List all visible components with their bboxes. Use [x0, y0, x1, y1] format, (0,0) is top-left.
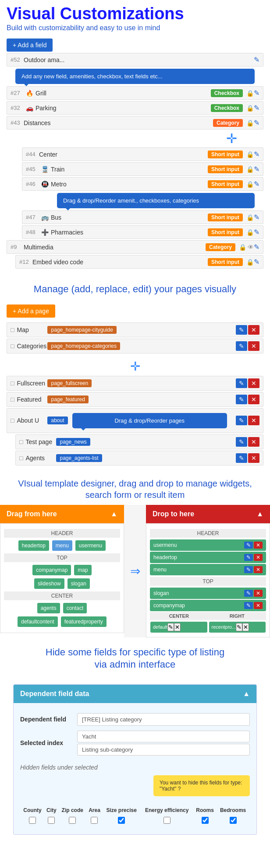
- category-tag: Category: [213, 119, 243, 127]
- drop-item: usermenu ✎ ✕: [150, 539, 266, 551]
- drag-item[interactable]: map: [74, 565, 91, 575]
- field-row: #12 Embed video code Short input 🔒 ✎: [15, 255, 263, 269]
- edit-icon[interactable]: ✎: [254, 89, 259, 97]
- edit-page-button[interactable]: ✎: [236, 378, 247, 388]
- tooltip-add-field: Add any new field, amenities, checkbox, …: [15, 69, 255, 84]
- col-bedrooms: Bedrooms: [217, 806, 249, 815]
- delete-page-button[interactable]: ✕: [248, 453, 259, 463]
- field-row: #44 Center Short input 🔒 ✎: [22, 147, 263, 161]
- lock-icon: 🔒: [246, 181, 254, 188]
- metro-icon: 🚇: [41, 181, 49, 188]
- chevron-up-icon: ▲: [256, 510, 263, 518]
- edit-icon[interactable]: ✎: [254, 104, 259, 112]
- pages-section: + Add a page □ Map page_homepage-citygui…: [0, 300, 270, 471]
- lock-icon: 🔒: [246, 166, 254, 173]
- checkbox-rooms[interactable]: [202, 817, 209, 824]
- edit-widget-button[interactable]: ✎: [236, 623, 242, 631]
- edit-icon[interactable]: ✎: [254, 150, 259, 158]
- edit-icon[interactable]: ✎: [254, 56, 259, 64]
- edit-icon[interactable]: ✎: [254, 228, 259, 236]
- checkbox-city[interactable]: [48, 817, 55, 824]
- checkbox-zipcode[interactable]: [69, 817, 76, 824]
- right-col-label: RIGHT: [208, 612, 266, 620]
- edit-page-button[interactable]: ✎: [236, 453, 247, 463]
- delete-widget-button[interactable]: ✕: [254, 602, 263, 609]
- drag-from-col: Drag from here ▲ HEADER headertop menu u…: [0, 505, 124, 637]
- delete-page-button[interactable]: ✕: [248, 341, 259, 351]
- delete-widget-button[interactable]: ✕: [242, 623, 249, 631]
- selected-index-row: Selected index Yacht Listing sub-categor…: [20, 729, 250, 757]
- page-doc-icon: □: [19, 455, 23, 462]
- edit-icon[interactable]: ✎: [254, 180, 259, 188]
- delete-page-button[interactable]: ✕: [248, 378, 259, 388]
- page-doc-icon: □: [11, 343, 14, 350]
- multimedia-tag: Category: [206, 243, 235, 251]
- plus-icon: ➕: [41, 229, 49, 236]
- delete-widget-button[interactable]: ✕: [254, 566, 263, 573]
- page-row: □ About U about Drag & drop/Reorder page…: [7, 408, 263, 433]
- drag-item[interactable]: agents: [37, 603, 60, 613]
- edit-widget-button[interactable]: ✎: [167, 623, 174, 631]
- drop-item-center: default ✎ ✕: [150, 622, 207, 633]
- delete-widget-button[interactable]: ✕: [254, 554, 263, 561]
- col-area: Area: [87, 806, 102, 815]
- edit-icon[interactable]: ✎: [254, 165, 259, 173]
- delete-page-button[interactable]: ✕: [248, 437, 259, 447]
- edit-widget-button[interactable]: ✎: [244, 590, 253, 597]
- edit-widget-button[interactable]: ✎: [244, 554, 253, 561]
- drag-item[interactable]: featuredproperty: [61, 616, 107, 627]
- top-label: TOP: [150, 577, 266, 586]
- edit-icon[interactable]: ✎: [254, 243, 259, 251]
- hidden-fields-label: Hidden fields under selected: [20, 760, 250, 773]
- add-field-button[interactable]: + Add a field: [7, 38, 53, 52]
- tooltip-hide-fields: You want to hide this fields for type: "…: [153, 775, 250, 796]
- drag-item[interactable]: menu: [52, 540, 72, 551]
- edit-page-button[interactable]: ✎: [236, 395, 247, 404]
- drop-item: slogan ✎ ✕: [150, 588, 266, 599]
- center-label: CENTER: [4, 592, 120, 600]
- edit-widget-button[interactable]: ✎: [244, 602, 253, 609]
- drag-item[interactable]: slogan: [68, 578, 90, 589]
- delete-widget-button[interactable]: ✕: [174, 623, 181, 631]
- drag-item[interactable]: companymap: [32, 565, 71, 575]
- delete-page-button[interactable]: ✕: [248, 395, 259, 404]
- drag-item[interactable]: usermenu: [75, 540, 106, 551]
- field-row: #47 🚌 Bus Short input 🔒 ✎: [22, 210, 263, 224]
- fire-icon: 🔥: [26, 90, 33, 97]
- edit-page-button[interactable]: ✎: [236, 325, 247, 335]
- edit-page-button[interactable]: ✎: [236, 341, 247, 351]
- page-row: □ Fullscreen page_fullscreen ✎ ✕: [7, 376, 263, 391]
- designer-heading: VIsual template designer, drag and drop …: [0, 471, 270, 505]
- checkbox-area[interactable]: [91, 817, 98, 824]
- delete-page-button[interactable]: ✕: [248, 325, 259, 335]
- col-rooms: Rooms: [194, 806, 216, 815]
- checkbox-energy[interactable]: [163, 817, 171, 824]
- dep-section-container: Dependent field data ▲ Dependent field […: [13, 684, 257, 835]
- delete-page-button[interactable]: ✕: [248, 416, 259, 425]
- edit-icon[interactable]: ✎: [254, 258, 259, 266]
- edit-widget-button[interactable]: ✎: [244, 542, 253, 549]
- lock-icon: 🔒: [246, 259, 254, 266]
- field-row: #32 🚗 Parking Checkbox 🔒 ✎: [7, 101, 263, 115]
- top-label: TOP: [4, 553, 120, 562]
- edit-page-button[interactable]: ✎: [236, 437, 247, 447]
- drag-item-slideshow[interactable]: slideshow: [34, 578, 64, 589]
- checkbox-bedrooms[interactable]: [230, 817, 237, 824]
- edit-widget-button[interactable]: ✎: [244, 566, 253, 573]
- checkbox-size-precise[interactable]: [118, 817, 125, 824]
- delete-widget-button[interactable]: ✕: [254, 590, 263, 597]
- drag-item[interactable]: contact: [63, 603, 87, 613]
- edit-page-button[interactable]: ✎: [236, 416, 247, 425]
- dep-section-body: Dependent field [TREE] Listing category …: [14, 703, 256, 834]
- checkbox-county[interactable]: [29, 817, 36, 824]
- tooltip-drag-pages: Drag & drop/Reorder pages: [72, 413, 227, 428]
- add-page-button[interactable]: + Add a page: [7, 304, 55, 318]
- drag-item[interactable]: defaultcontent: [18, 616, 57, 627]
- delete-widget-button[interactable]: ✕: [254, 542, 263, 549]
- lock-icon: 🔒: [246, 214, 254, 221]
- eye-icon: 👁: [248, 244, 254, 251]
- drag-item[interactable]: headertop: [18, 540, 49, 551]
- lock-icon: 🔒: [246, 105, 254, 112]
- edit-icon[interactable]: ✎: [254, 119, 259, 127]
- edit-icon[interactable]: ✎: [254, 213, 259, 221]
